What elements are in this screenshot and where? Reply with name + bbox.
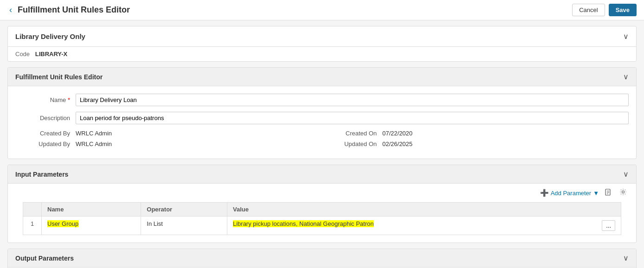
- row-name-cell: User Group: [42, 217, 141, 235]
- value-highlighted: Library pickup locations, National Geogr…: [233, 220, 374, 227]
- updated-row: Updated By WRLC Admin Updated On 02/26/2…: [15, 140, 629, 147]
- settings-icon[interactable]: [618, 187, 629, 198]
- description-input[interactable]: [76, 112, 629, 124]
- add-parameter-label: Add Parameter: [551, 190, 591, 197]
- library-section-code: Code LIBRARY-X: [8, 47, 636, 61]
- add-param-dropdown-arrow: ▼: [593, 190, 599, 197]
- editor-card-header[interactable]: Fulfillment Unit Rules Editor ∨: [8, 68, 636, 86]
- row-value-cell: Library pickup locations, National Geogr…: [227, 217, 621, 235]
- header-right: Cancel Save: [572, 4, 637, 16]
- top-header: ‹ Fulfillment Unit Rules Editor Cancel S…: [0, 0, 644, 20]
- output-parameters-card: Output Parameters ∨ Terms of Use * Libra…: [7, 249, 637, 268]
- updated-by-value: WRLC Admin: [76, 140, 112, 147]
- name-input[interactable]: [76, 94, 629, 106]
- updated-on-item: Updated On 02/26/2025: [322, 140, 629, 147]
- created-by-item: Created By WRLC Admin: [15, 130, 322, 137]
- updated-by-item: Updated By WRLC Admin: [15, 140, 322, 147]
- editor-chevron-icon: ∨: [623, 72, 629, 81]
- cancel-button[interactable]: Cancel: [572, 4, 605, 16]
- add-parameter-button[interactable]: ➕ Add Parameter ▼: [540, 189, 599, 197]
- params-table: Name Operator Value 1 User Group In List: [23, 202, 621, 235]
- plus-icon: ➕: [540, 189, 549, 197]
- value-text: Library pickup locations, National Geogr…: [233, 220, 374, 227]
- output-params-chevron-icon: ∨: [623, 254, 629, 262]
- row-number: 1: [23, 217, 42, 235]
- col-num: [23, 203, 42, 217]
- back-button[interactable]: ‹: [7, 4, 14, 16]
- editor-card-body: Name Description Created By WRLC Admin C…: [8, 86, 636, 159]
- user-group-value: User Group: [47, 220, 78, 227]
- library-section-header[interactable]: Library Delivery Only ∨: [8, 26, 636, 47]
- table-row: 1 User Group In List Library pickup loca…: [23, 217, 621, 235]
- library-section: Library Delivery Only ∨ Code LIBRARY-X: [7, 26, 637, 62]
- template-icon[interactable]: [603, 187, 614, 198]
- page-title: Fulfillment Unit Rules Editor: [18, 5, 130, 15]
- updated-on-label: Updated On: [322, 140, 382, 147]
- library-section-chevron: ∨: [623, 32, 629, 41]
- name-label: Name: [15, 96, 76, 103]
- created-on-value: 07/22/2020: [382, 130, 412, 137]
- code-value: LIBRARY-X: [35, 51, 68, 57]
- col-value-header: Value: [227, 203, 621, 217]
- updated-by-label: Updated By: [15, 140, 76, 147]
- value-cell-wrapper: Library pickup locations, National Geogr…: [233, 220, 615, 231]
- output-parameters-header[interactable]: Output Parameters ∨: [8, 249, 636, 268]
- row-operator-cell: In List: [141, 217, 227, 235]
- created-row: Created By WRLC Admin Created On 07/22/2…: [15, 130, 629, 137]
- editor-card-title: Fulfillment Unit Rules Editor: [15, 73, 103, 81]
- header-left: ‹ Fulfillment Unit Rules Editor: [7, 4, 130, 16]
- description-label: Description: [15, 115, 76, 121]
- svg-point-4: [622, 191, 625, 193]
- input-parameters-body: ➕ Add Parameter ▼: [8, 184, 636, 242]
- input-parameters-header[interactable]: Input Parameters ∨: [8, 165, 636, 184]
- created-on-item: Created On 07/22/2020: [322, 130, 629, 137]
- input-params-chevron-icon: ∨: [623, 170, 629, 179]
- ellipsis-button[interactable]: ...: [602, 220, 615, 231]
- created-on-label: Created On: [322, 130, 382, 137]
- save-button[interactable]: Save: [609, 4, 637, 16]
- code-label: Code: [15, 51, 30, 57]
- editor-card: Fulfillment Unit Rules Editor ∨ Name Des…: [7, 67, 637, 159]
- table-header-row: Name Operator Value: [23, 203, 621, 217]
- updated-on-value: 02/26/2025: [382, 140, 412, 147]
- output-parameters-title: Output Parameters: [15, 255, 74, 262]
- created-by-value: WRLC Admin: [76, 130, 112, 137]
- col-name-header: Name: [42, 203, 141, 217]
- description-row: Description: [15, 112, 629, 124]
- col-operator-header: Operator: [141, 203, 227, 217]
- input-params-toolbar: ➕ Add Parameter ▼: [8, 184, 636, 202]
- main-content: Library Delivery Only ∨ Code LIBRARY-X F…: [0, 20, 644, 268]
- input-parameters-card: Input Parameters ∨ ➕ Add Parameter ▼: [7, 165, 637, 243]
- created-by-label: Created By: [15, 130, 76, 137]
- input-parameters-title: Input Parameters: [15, 171, 68, 178]
- params-table-wrapper: Name Operator Value 1 User Group In List: [8, 202, 636, 242]
- name-row: Name: [15, 94, 629, 106]
- library-section-title: Library Delivery Only: [15, 32, 85, 40]
